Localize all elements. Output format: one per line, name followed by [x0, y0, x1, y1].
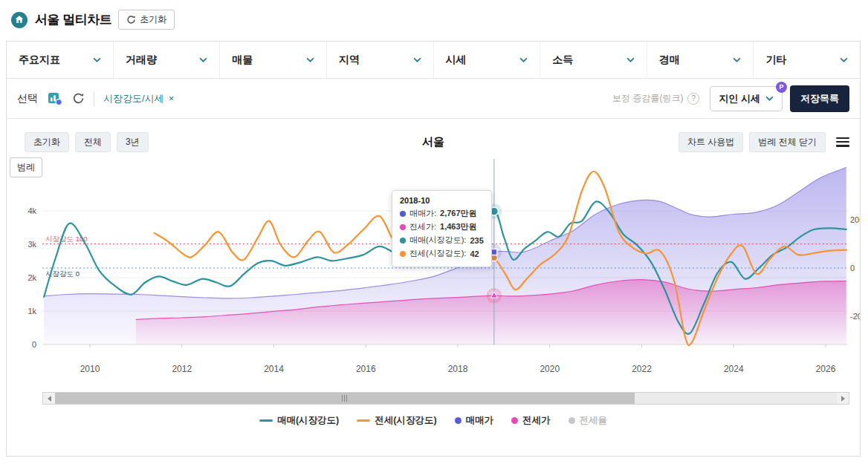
- legend-item-2[interactable]: 전세(시장강도): [357, 414, 436, 427]
- left-axis-label: 4k: [27, 206, 36, 215]
- left-axis-label: 2k: [27, 273, 36, 282]
- chevron-down-icon: [765, 96, 774, 101]
- filter-label: 주요지표: [19, 53, 60, 67]
- legend-dot-icon: [569, 417, 575, 424]
- left-axis-label: 3k: [27, 240, 36, 249]
- tooltip-label: 전세(시장강도):: [409, 248, 466, 259]
- help-icon[interactable]: ?: [687, 93, 699, 105]
- filter-dropdown-8[interactable]: 기타: [754, 42, 860, 78]
- x-axis-label: 2014: [264, 364, 284, 374]
- tooltip-row: 매매(시장강도):235: [400, 235, 484, 246]
- filter-label: 소득: [552, 53, 573, 67]
- chart-usage-button[interactable]: 차트 사용법: [678, 132, 743, 152]
- range-all-button[interactable]: 전체: [75, 132, 111, 152]
- scrollbar-thumb[interactable]: [55, 393, 635, 404]
- remove-tag-icon[interactable]: ×: [169, 93, 175, 104]
- app-header: 서울 멀티차트 초기화: [10, 10, 175, 30]
- filter-dropdown-5[interactable]: 시세: [434, 42, 541, 78]
- toolbar: 선택 시장강도/시세 × 보정 증감률(링크) ? 지인 시세: [7, 79, 860, 119]
- right-axis-label: -200: [850, 312, 860, 321]
- tooltip-value: 235: [470, 236, 483, 245]
- home-icon[interactable]: [10, 11, 28, 29]
- adjust-rate-link[interactable]: 보정 증감률(링크): [612, 92, 683, 105]
- chevron-down-icon: [199, 57, 207, 62]
- x-axis-label: 2022: [632, 364, 652, 374]
- price-source-label: 지인 시세: [719, 92, 760, 105]
- divider: [94, 91, 94, 106]
- chart-reset-button[interactable]: 초기화: [25, 132, 69, 152]
- legend-label: 전세가: [522, 414, 551, 427]
- x-axis-label: 2010: [80, 364, 100, 374]
- page-title: 서울 멀티차트: [35, 11, 111, 28]
- series-color-dot: [400, 224, 406, 230]
- filter-label: 매물: [232, 53, 253, 67]
- filter-dropdown-1[interactable]: 주요지표: [7, 42, 114, 78]
- reset-button[interactable]: 초기화: [118, 10, 175, 30]
- tooltip-date: 2018-10: [400, 196, 484, 205]
- selected-metric-label: 시장강도/시세: [103, 92, 164, 105]
- chart-tooltip: 2018-10 매매가:2,767만원전세가:1,463만원매매(시장강도):2…: [392, 190, 492, 267]
- filter-dropdown-3[interactable]: 매물: [220, 42, 327, 78]
- chart-scrollbar[interactable]: [42, 392, 849, 405]
- filter-label: 경매: [659, 53, 680, 67]
- legend-label: 전세율: [580, 414, 608, 427]
- legend-label: 매매(시장강도): [277, 414, 339, 427]
- scrollbar-track[interactable]: [635, 393, 837, 404]
- save-list-button[interactable]: 저장목록: [790, 85, 849, 112]
- chevron-down-icon: [840, 57, 848, 62]
- series-color-dot: [400, 251, 406, 257]
- scrollbar-grip-icon: [342, 395, 349, 402]
- selected-metric-tag[interactable]: 시장강도/시세 ×: [103, 92, 174, 105]
- price-source-dropdown[interactable]: 지인 시세: [710, 86, 783, 111]
- x-axis-label: 2026: [816, 364, 836, 374]
- chevron-down-icon: [519, 57, 528, 62]
- filter-label: 시세: [446, 53, 467, 67]
- menu-icon[interactable]: [836, 137, 849, 147]
- marker-square: [491, 249, 497, 255]
- chart-tools: 차트 사용법 범례 전체 닫기: [678, 132, 849, 152]
- select-label: 선택: [17, 92, 38, 105]
- range-3y-button[interactable]: 3년: [117, 132, 149, 152]
- left-axis-label: 1k: [27, 307, 36, 316]
- chevron-down-icon: [413, 57, 421, 62]
- x-axis-label: 2018: [448, 364, 468, 374]
- legend-button[interactable]: 범례: [10, 157, 42, 177]
- right-axis-label: 200: [850, 215, 860, 224]
- tooltip-label: 매매(시장강도):: [409, 235, 466, 246]
- chevron-down-icon: [626, 57, 635, 62]
- filter-dropdown-6[interactable]: 소득: [540, 42, 647, 78]
- chart-legend: 매매(시장강도)전세(시장강도)매매가전세가전세율: [7, 414, 860, 427]
- filter-dropdown-7[interactable]: 경매: [647, 42, 754, 78]
- filter-bar: 주요지표거래량매물지역시세소득경매기타: [7, 42, 860, 79]
- filter-dropdown-4[interactable]: 지역: [327, 42, 434, 78]
- legend-close-all-button[interactable]: 범례 전체 닫기: [749, 132, 826, 152]
- tooltip-row: 전세가:1,463만원: [400, 221, 484, 232]
- x-axis-label: 2020: [540, 364, 560, 374]
- legend-line-icon: [357, 419, 370, 422]
- legend-item-4[interactable]: 전세가: [511, 414, 551, 427]
- tooltip-label: 매매가:: [409, 208, 436, 219]
- tooltip-label: 전세가:: [409, 221, 436, 232]
- refresh-icon: [126, 15, 136, 24]
- chart-widget-icon[interactable]: [48, 91, 62, 106]
- right-axis-label: 0: [850, 264, 855, 272]
- tooltip-rows: 매매가:2,767만원전세가:1,463만원매매(시장강도):235전세(시장강…: [400, 208, 484, 259]
- series-color-dot: [400, 211, 406, 217]
- scroll-right-arrow[interactable]: [837, 393, 849, 404]
- multi-chart[interactable]: 4k3k2k1k02000-20020102012201420162018202…: [7, 153, 860, 383]
- legend-line-icon: [259, 419, 273, 422]
- legend-item-3[interactable]: 매매가: [455, 414, 494, 427]
- scroll-left-arrow[interactable]: [43, 393, 55, 404]
- tooltip-row: 전세(시장강도):42: [400, 248, 484, 259]
- chevron-down-icon: [306, 57, 314, 62]
- legend-item-5[interactable]: 전세율: [569, 414, 608, 427]
- tooltip-row: 매매가:2,767만원: [400, 208, 484, 219]
- filter-dropdown-2[interactable]: 거래량: [114, 42, 221, 78]
- legend-item-1[interactable]: 매매(시장강도): [259, 414, 339, 427]
- chevron-down-icon: [733, 57, 741, 62]
- x-axis-label: 2016: [356, 364, 376, 374]
- tooltip-value: 42: [470, 249, 479, 258]
- refresh-chart-icon[interactable]: [72, 92, 85, 105]
- filter-label: 기타: [765, 53, 786, 67]
- legend-label: 전세(시장강도): [375, 414, 436, 427]
